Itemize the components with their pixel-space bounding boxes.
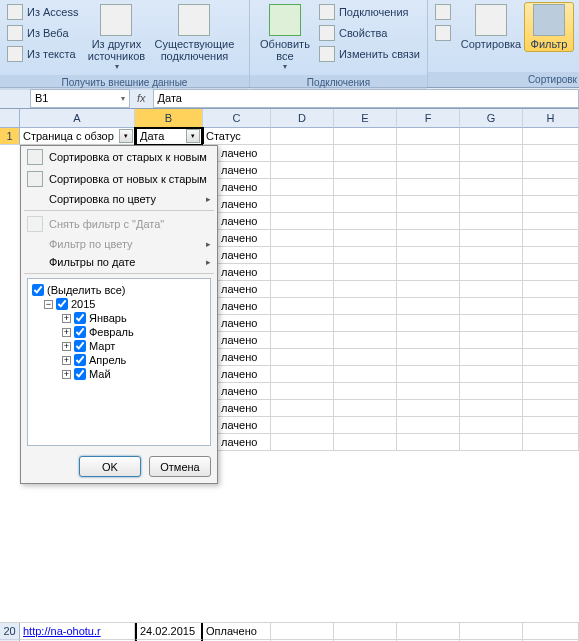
cell[interactable] (271, 400, 334, 417)
cell[interactable] (334, 264, 397, 281)
cell[interactable] (334, 145, 397, 162)
cell[interactable] (271, 623, 334, 640)
cell[interactable] (523, 247, 579, 264)
cell[interactable] (523, 196, 579, 213)
cell[interactable] (397, 315, 460, 332)
cell[interactable]: лачено (218, 366, 271, 383)
cell[interactable]: лачено (218, 383, 271, 400)
cell[interactable] (271, 162, 334, 179)
expand-icon[interactable]: + (62, 356, 71, 365)
checkbox[interactable] (74, 368, 86, 380)
cell[interactable] (523, 349, 579, 366)
cell[interactable] (523, 281, 579, 298)
cell[interactable] (334, 179, 397, 196)
cell[interactable] (460, 179, 523, 196)
from-web-button[interactable]: Из Веба (4, 23, 81, 43)
tree-item-month[interactable]: +Январь (32, 311, 206, 325)
cell[interactable] (271, 281, 334, 298)
cell[interactable] (523, 623, 579, 640)
cell[interactable] (334, 434, 397, 451)
connections-button[interactable]: Подключения (316, 2, 423, 22)
row-header[interactable]: 1 (0, 128, 20, 145)
collapse-icon[interactable]: − (44, 300, 53, 309)
name-box[interactable]: B1▾ (30, 89, 130, 108)
cell[interactable] (271, 247, 334, 264)
column-header[interactable]: H (523, 109, 579, 128)
cell[interactable] (334, 623, 397, 640)
cell[interactable] (334, 315, 397, 332)
from-text-button[interactable]: Из текста (4, 44, 81, 64)
cell[interactable] (523, 179, 579, 196)
cell[interactable] (523, 230, 579, 247)
cell[interactable] (334, 417, 397, 434)
cell[interactable] (523, 162, 579, 179)
checkbox[interactable] (74, 326, 86, 338)
cell[interactable] (271, 332, 334, 349)
cell[interactable] (334, 128, 397, 145)
cell[interactable] (460, 434, 523, 451)
select-all-corner[interactable] (0, 109, 20, 128)
cell[interactable]: лачено (218, 264, 271, 281)
cell[interactable] (397, 213, 460, 230)
cell[interactable] (271, 264, 334, 281)
cell[interactable] (271, 315, 334, 332)
expand-icon[interactable]: + (62, 370, 71, 379)
cell[interactable] (523, 332, 579, 349)
cell[interactable] (397, 230, 460, 247)
other-sources-button[interactable]: Из других источников▾ (81, 2, 151, 73)
column-header[interactable]: E (334, 109, 397, 128)
cell[interactable]: 24.02.2015 (135, 623, 203, 640)
sort-desc-button[interactable] (432, 23, 454, 43)
column-header[interactable]: D (271, 109, 334, 128)
properties-button[interactable]: Свойства (316, 23, 423, 43)
cell[interactable]: лачено (218, 434, 271, 451)
cell[interactable] (523, 434, 579, 451)
checkbox[interactable] (74, 354, 86, 366)
column-header[interactable]: G (460, 109, 523, 128)
cell[interactable] (271, 179, 334, 196)
cell[interactable] (397, 417, 460, 434)
filter-dropdown-button[interactable]: ▾ (119, 129, 133, 143)
column-header[interactable]: C (203, 109, 271, 128)
cell[interactable]: Статус (203, 128, 271, 145)
cell[interactable] (460, 128, 523, 145)
cell[interactable]: Страница с обзор▾ (20, 128, 135, 145)
row-header[interactable]: 20 (0, 623, 20, 640)
cell[interactable] (271, 434, 334, 451)
cell[interactable] (460, 281, 523, 298)
cell[interactable] (397, 196, 460, 213)
tree-item-month[interactable]: +Май (32, 367, 206, 381)
cell[interactable] (460, 332, 523, 349)
cell[interactable] (271, 349, 334, 366)
cell[interactable]: лачено (218, 332, 271, 349)
cell[interactable] (460, 247, 523, 264)
cell[interactable] (523, 315, 579, 332)
formula-input[interactable]: Дата (153, 89, 579, 108)
cell[interactable] (460, 145, 523, 162)
cell[interactable] (523, 128, 579, 145)
date-filters[interactable]: Фильтры по дате (21, 253, 217, 271)
cell[interactable]: лачено (218, 145, 271, 162)
sort-asc-button[interactable] (432, 2, 454, 22)
cell[interactable] (334, 383, 397, 400)
cell[interactable] (460, 264, 523, 281)
cell[interactable]: лачено (218, 162, 271, 179)
column-header[interactable]: A (20, 109, 135, 128)
checkbox[interactable] (32, 284, 44, 296)
cell[interactable] (460, 366, 523, 383)
cell[interactable] (460, 213, 523, 230)
expand-icon[interactable]: + (62, 328, 71, 337)
cell[interactable] (460, 315, 523, 332)
cell[interactable] (334, 196, 397, 213)
cell[interactable] (334, 230, 397, 247)
from-access-button[interactable]: Из Access (4, 2, 81, 22)
cell[interactable] (334, 281, 397, 298)
cell[interactable] (397, 247, 460, 264)
cell[interactable]: лачено (218, 230, 271, 247)
cell[interactable] (397, 332, 460, 349)
checkbox[interactable] (74, 312, 86, 324)
refresh-all-button[interactable]: Обновить все▾ (254, 2, 316, 73)
cell[interactable] (271, 298, 334, 315)
tree-item-month[interactable]: +Март (32, 339, 206, 353)
cell[interactable] (271, 128, 334, 145)
